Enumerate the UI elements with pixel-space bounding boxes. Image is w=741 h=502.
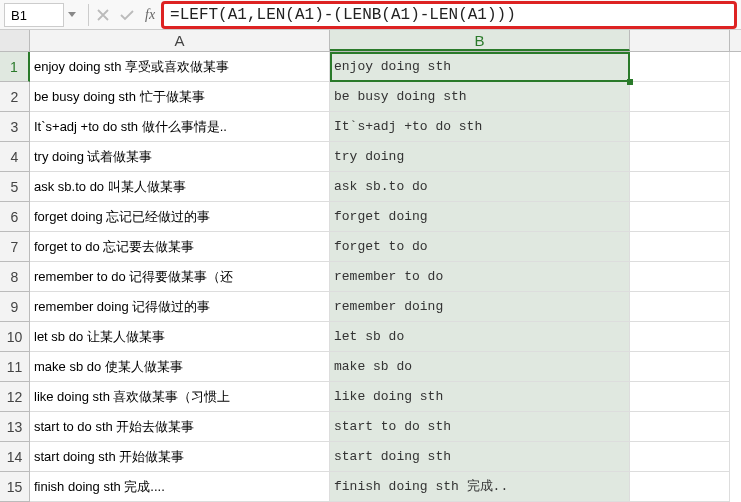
cell-c[interactable] — [630, 202, 730, 232]
row-header[interactable]: 13 — [0, 412, 30, 442]
cell-a[interactable]: finish doing sth 完成.... — [30, 472, 330, 502]
row-header[interactable]: 10 — [0, 322, 30, 352]
cell-c[interactable] — [630, 112, 730, 142]
cell-c[interactable] — [630, 382, 730, 412]
cell-b[interactable]: be busy doing sth — [330, 82, 630, 112]
cell-a[interactable]: like doing sth 喜欢做某事（习惯上 — [30, 382, 330, 412]
table-row: 15finish doing sth 完成....finish doing st… — [0, 472, 741, 502]
column-headers: A B — [0, 30, 741, 52]
row-header[interactable]: 3 — [0, 112, 30, 142]
cell-c[interactable] — [630, 142, 730, 172]
cell-b[interactable]: try doing — [330, 142, 630, 172]
cell-a[interactable]: make sb do 使某人做某事 — [30, 352, 330, 382]
enter-icon[interactable] — [115, 3, 139, 27]
table-row: 3It`s+adj +to do sth 做什么事情是..It`s+adj +t… — [0, 112, 741, 142]
table-row: 1enjoy doing sth 享受或喜欢做某事enjoy doing sth — [0, 52, 741, 82]
cell-b[interactable]: enjoy doing sth — [330, 52, 630, 82]
table-row: 9remember doing 记得做过的事remember doing — [0, 292, 741, 322]
table-row: 6forget doing 忘记已经做过的事forget doing — [0, 202, 741, 232]
cell-a[interactable]: remember to do 记得要做某事（还 — [30, 262, 330, 292]
cell-a[interactable]: ask sb.to do 叫某人做某事 — [30, 172, 330, 202]
cell-a[interactable]: start to do sth 开始去做某事 — [30, 412, 330, 442]
fill-handle[interactable] — [627, 79, 633, 85]
cell-c[interactable] — [630, 472, 730, 502]
row-header[interactable]: 4 — [0, 142, 30, 172]
cell-c[interactable] — [630, 172, 730, 202]
name-box-dropdown-icon[interactable] — [68, 12, 76, 17]
formula-bar: B1 fx =LEFT(A1,LEN(A1)-(LENB(A1)-LEN(A1)… — [0, 0, 741, 30]
cell-a[interactable]: It`s+adj +to do sth 做什么事情是.. — [30, 112, 330, 142]
cell-a[interactable]: let sb do 让某人做某事 — [30, 322, 330, 352]
table-row: 2be busy doing sth 忙于做某事be busy doing st… — [0, 82, 741, 112]
cell-c[interactable] — [630, 442, 730, 472]
name-box[interactable]: B1 — [4, 3, 64, 27]
cell-c[interactable] — [630, 82, 730, 112]
cell-a[interactable]: start doing sth 开始做某事 — [30, 442, 330, 472]
cell-b[interactable]: start doing sth — [330, 442, 630, 472]
table-row: 12like doing sth 喜欢做某事（习惯上like doing sth — [0, 382, 741, 412]
row-header[interactable]: 5 — [0, 172, 30, 202]
row-header[interactable]: 15 — [0, 472, 30, 502]
table-row: 8remember to do 记得要做某事（还remember to do — [0, 262, 741, 292]
table-row: 10let sb do 让某人做某事let sb do — [0, 322, 741, 352]
row-header[interactable]: 12 — [0, 382, 30, 412]
cancel-icon[interactable] — [91, 3, 115, 27]
select-all-corner[interactable] — [0, 30, 30, 51]
row-header[interactable]: 1 — [0, 52, 30, 82]
cell-c[interactable] — [630, 232, 730, 262]
cell-b[interactable]: start to do sth — [330, 412, 630, 442]
row-header[interactable]: 14 — [0, 442, 30, 472]
cell-a[interactable]: forget to do 忘记要去做某事 — [30, 232, 330, 262]
cell-c[interactable] — [630, 352, 730, 382]
table-row: 5ask sb.to do 叫某人做某事ask sb.to do — [0, 172, 741, 202]
cell-a[interactable]: be busy doing sth 忙于做某事 — [30, 82, 330, 112]
formula-input[interactable]: =LEFT(A1,LEN(A1)-(LENB(A1)-LEN(A1))) — [161, 1, 737, 29]
cell-b[interactable]: remember doing — [330, 292, 630, 322]
cell-c[interactable] — [630, 52, 730, 82]
row-header[interactable]: 7 — [0, 232, 30, 262]
cell-a[interactable]: try doing 试着做某事 — [30, 142, 330, 172]
row-header[interactable]: 6 — [0, 202, 30, 232]
cell-c[interactable] — [630, 292, 730, 322]
cell-b[interactable]: make sb do — [330, 352, 630, 382]
table-row: 14start doing sth 开始做某事start doing sth — [0, 442, 741, 472]
cell-c[interactable] — [630, 322, 730, 352]
cell-a[interactable]: enjoy doing sth 享受或喜欢做某事 — [30, 52, 330, 82]
row-header[interactable]: 9 — [0, 292, 30, 322]
cell-b[interactable]: It`s+adj +to do sth — [330, 112, 630, 142]
cell-b[interactable]: let sb do — [330, 322, 630, 352]
cell-a[interactable]: forget doing 忘记已经做过的事 — [30, 202, 330, 232]
row-header[interactable]: 11 — [0, 352, 30, 382]
cell-a[interactable]: remember doing 记得做过的事 — [30, 292, 330, 322]
row-header[interactable]: 2 — [0, 82, 30, 112]
table-row: 11make sb do 使某人做某事make sb do — [0, 352, 741, 382]
table-row: 13start to do sth 开始去做某事start to do sth — [0, 412, 741, 442]
cell-b[interactable]: forget doing — [330, 202, 630, 232]
column-header-b[interactable]: B — [330, 30, 630, 51]
cell-c[interactable] — [630, 412, 730, 442]
grid: 1enjoy doing sth 享受或喜欢做某事enjoy doing sth… — [0, 52, 741, 502]
table-row: 7forget to do 忘记要去做某事forget to do — [0, 232, 741, 262]
cell-b[interactable]: finish doing sth 完成.. — [330, 472, 630, 502]
cell-b[interactable]: remember to do — [330, 262, 630, 292]
cell-c[interactable] — [630, 262, 730, 292]
column-header-c[interactable] — [630, 30, 730, 51]
row-header[interactable]: 8 — [0, 262, 30, 292]
divider — [88, 4, 89, 26]
column-header-a[interactable]: A — [30, 30, 330, 51]
cell-b[interactable]: ask sb.to do — [330, 172, 630, 202]
cell-b[interactable]: forget to do — [330, 232, 630, 262]
fx-icon[interactable]: fx — [145, 7, 155, 23]
table-row: 4try doing 试着做某事try doing — [0, 142, 741, 172]
cell-b[interactable]: like doing sth — [330, 382, 630, 412]
